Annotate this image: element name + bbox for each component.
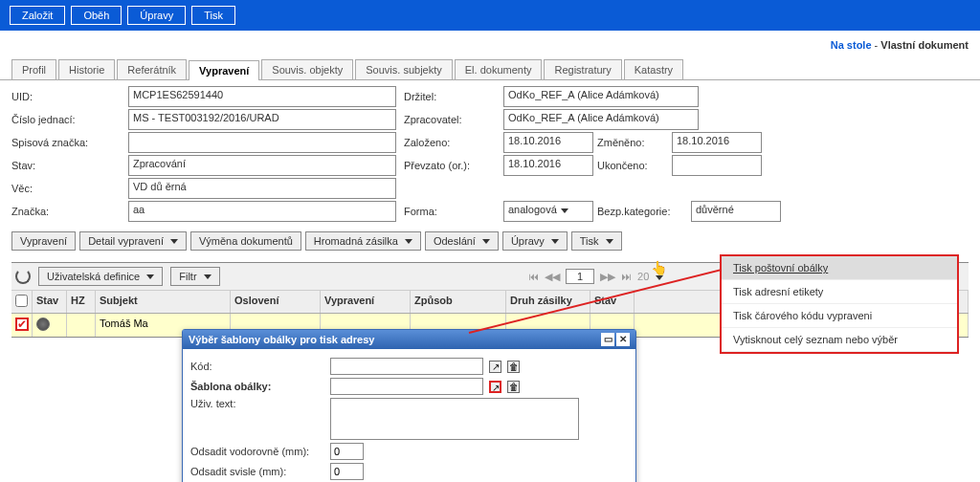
tab-souvis-subjekty[interactable]: Souvis. subjekty [355, 59, 452, 79]
pager-first-icon[interactable]: ⏮ [528, 271, 539, 282]
zprac-field: OdKo_REF_A (Alice Adámková) [503, 109, 699, 130]
tisk-button[interactable]: Tisk [191, 6, 235, 25]
forma-select[interactable]: analogová [503, 201, 593, 222]
col-osloveni[interactable]: Oslovení [231, 291, 321, 313]
upravy-button[interactable]: Úpravy [127, 6, 186, 25]
sablona-input[interactable] [330, 378, 483, 395]
tab-katastry[interactable]: Katastry [624, 59, 683, 79]
cj-field: MS - TEST003192/2016/URAD [128, 109, 396, 130]
close-icon[interactable]: ✕ [616, 333, 630, 346]
chevron-down-icon [656, 275, 663, 280]
menu-tisk-caroveho-kodu[interactable]: Tisk čárového kódu vypraveni [722, 304, 957, 328]
drzitel-label: Držitel: [404, 88, 500, 105]
sz-label: Spisová značka: [11, 134, 124, 151]
odsadit-v-label: Odsadit svisle (mm): [190, 466, 324, 477]
tisk-dropdown-menu: Tisk poštovní obálky Tisk adresní etiket… [720, 254, 959, 354]
action-bar: Vypravení Detail vypravení Výměna dokume… [0, 228, 980, 254]
pager-prev-icon[interactable]: ◀◀ [545, 271, 560, 283]
zmeneno-label: Změněno: [597, 134, 668, 151]
odsadit-h-input[interactable] [330, 443, 364, 460]
ukonceno-label: Ukončeno: [597, 157, 668, 174]
uzivtext-label: Uživ. text: [190, 398, 324, 409]
maximize-icon[interactable]: ▭ [601, 333, 614, 346]
chevron-down-icon [561, 208, 568, 213]
zmeneno-field: 18.10.2016 [672, 132, 762, 153]
delete-sablona-icon[interactable]: 🗑 [507, 381, 520, 393]
lookup-icon[interactable]: ↗ [489, 361, 501, 373]
ukonceno-field[interactable] [672, 155, 762, 176]
bezp-field[interactable]: důvěrné [691, 201, 781, 222]
row-checkbox-checked[interactable] [15, 318, 29, 331]
tisk-action-button[interactable]: Tisk [571, 231, 622, 251]
refresh-icon[interactable] [15, 269, 31, 284]
col-stav[interactable]: Stav [33, 291, 67, 313]
uzivtext-textarea[interactable] [330, 398, 579, 440]
uzivatelska-definice-button[interactable]: Uživatelská definice [38, 267, 163, 286]
uid-label: UID: [11, 88, 124, 105]
zprac-label: Zpracovatel: [404, 111, 500, 128]
tab-el-dokumenty[interactable]: El. dokumenty [455, 59, 543, 79]
bezp-label: Bezp.kategorie: [597, 203, 687, 220]
select-all-checkbox[interactable] [15, 295, 28, 307]
template-select-dialog: Výběr šablony obálky pro tisk adresy ▭ ✕… [182, 329, 636, 482]
filtr-button[interactable]: Filtr [170, 267, 219, 286]
col-vypraveni[interactable]: Vypravení [321, 291, 411, 313]
col-druh[interactable]: Druh zásilky [506, 291, 590, 313]
tab-profil[interactable]: Profil [11, 59, 56, 79]
forma-label: Forma: [404, 203, 500, 220]
delete-icon[interactable]: 🗑 [507, 361, 520, 373]
hromadna-button[interactable]: Hromadná zásilka [305, 231, 421, 251]
znacka-field[interactable]: aa [128, 201, 396, 222]
col-subjekt[interactable]: Subjekt [96, 291, 231, 313]
tab-registratury[interactable]: Registratury [544, 59, 621, 79]
odsadit-v-input[interactable] [330, 463, 364, 480]
znacka-label: Značka: [11, 203, 124, 220]
tab-historie[interactable]: Historie [58, 59, 115, 79]
prevzato-field: 18.10.2016 [503, 155, 593, 176]
stav-label: Stav: [11, 157, 124, 174]
menu-tisk-postovni-obalky[interactable]: Tisk poštovní obálky [722, 256, 957, 280]
breadcrumb: Na stole - Vlastní dokument [0, 31, 980, 57]
kod-label: Kód: [190, 361, 324, 372]
vec-field[interactable]: VD dů ěrná [128, 178, 396, 199]
zalozeno-field: 18.10.2016 [503, 132, 593, 153]
breadcrumb-link[interactable]: Na stole [831, 39, 872, 51]
sablona-label: Šablona obálky: [190, 381, 324, 392]
odsadit-h-label: Odsadit vodorovně (mm): [190, 446, 324, 457]
zalozit-button[interactable]: Založit [10, 6, 65, 25]
tab-bar: Profil Historie Referátník Vypravení Sou… [0, 59, 980, 80]
vymena-button[interactable]: Výměna dokumentů [190, 231, 301, 251]
cj-label: Číslo jednací: [11, 111, 124, 128]
zalozeno-label: Založeno: [404, 134, 500, 151]
col-stav2[interactable]: Stav [590, 291, 635, 313]
pager: ⏮ ◀◀ ▶▶ ⏭ 20 [528, 269, 663, 284]
pager-page-input[interactable] [566, 269, 594, 284]
pager-size[interactable]: 20 [637, 271, 663, 282]
stav-field: Zpracování [128, 155, 396, 176]
vec-label: Věc: [11, 180, 124, 197]
top-toolbar: Založit Oběh Úpravy Tisk [0, 0, 980, 31]
kod-input[interactable] [330, 358, 483, 375]
tab-vypraveni[interactable]: Vypravení [189, 60, 259, 80]
drzitel-field: OdKo_REF_A (Alice Adámková) [503, 86, 699, 107]
col-hz[interactable]: HZ [67, 291, 96, 313]
menu-tisk-adresni-etikety[interactable]: Tisk adresní etikety [722, 280, 957, 304]
dialog-title: Výběr šablony obálky pro tisk adresy [189, 334, 374, 345]
menu-vytisknout-seznam[interactable]: Vytisknout celý seznam nebo výběr [722, 328, 957, 352]
upravy-action-button[interactable]: Úpravy [502, 231, 568, 251]
tab-referatnik[interactable]: Referátník [117, 59, 187, 79]
col-zpusob[interactable]: Způsob [411, 291, 506, 313]
vypraveni-button[interactable]: Vypravení [11, 231, 76, 251]
obeh-button[interactable]: Oběh [71, 6, 122, 25]
odeslani-button[interactable]: Odeslání [425, 231, 499, 251]
tab-souvis-objekty[interactable]: Souvis. objekty [261, 59, 353, 79]
status-icon [36, 318, 50, 331]
prevzato-label: Převzato (or.): [404, 157, 500, 174]
pager-last-icon[interactable]: ⏭ [621, 271, 632, 282]
pager-next-icon[interactable]: ▶▶ [600, 271, 615, 283]
uid-field: MCP1ES62591440 [128, 86, 396, 107]
detail-vypraveni-button[interactable]: Detail vypravení [79, 231, 187, 251]
form-panel: UID: MCP1ES62591440 Držitel: OdKo_REF_A … [0, 80, 980, 228]
lookup-sablona-icon[interactable]: ↗ [489, 381, 501, 393]
sz-field[interactable] [128, 132, 396, 153]
